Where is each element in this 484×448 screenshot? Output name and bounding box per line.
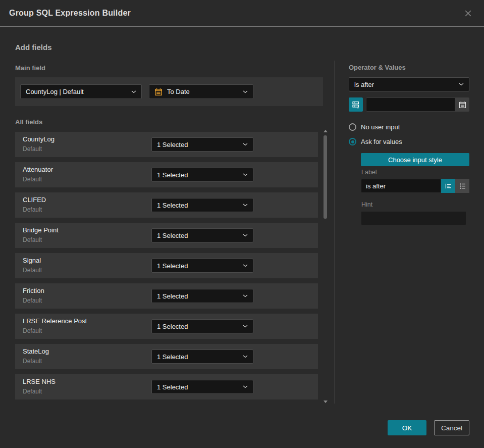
operator-select[interactable]: is after — [349, 77, 469, 91]
field-row: LRSE Reference Post Default 1 Selected — [15, 314, 318, 339]
field-name: CLIFED — [23, 196, 46, 204]
field-name: Signal — [23, 257, 41, 264]
operator-values-heading: Operator & Values — [349, 64, 406, 71]
list-input-icon — [459, 182, 466, 190]
cancel-button[interactable]: Cancel — [434, 420, 469, 435]
field-selected-dropdown[interactable]: 1 Selected — [151, 259, 253, 273]
field-row: LRSE NHS Default 1 Selected — [15, 374, 318, 400]
chevron-down-icon — [243, 173, 248, 176]
add-fields-heading: Add fields — [15, 43, 52, 52]
date-picker-button[interactable] — [455, 97, 469, 112]
chevron-down-icon — [243, 294, 248, 297]
calendar-icon — [459, 101, 466, 109]
field-selected-dropdown[interactable]: 1 Selected — [151, 228, 253, 242]
field-source: Default — [23, 297, 42, 304]
field-source: Default — [23, 388, 42, 395]
label-input-row — [361, 179, 469, 193]
choose-input-style-button[interactable]: Choose input style — [361, 153, 469, 166]
radio-label: Ask for values — [361, 138, 402, 145]
chevron-down-icon — [243, 234, 248, 237]
close-button[interactable] — [458, 0, 478, 27]
field-row: StateLog Default 1 Selected — [15, 344, 318, 369]
scrollbar-thumb[interactable] — [324, 135, 327, 219]
field-source: Default — [23, 176, 42, 183]
field-selected-value: 1 Selected — [157, 202, 188, 209]
field-name: LRSE Reference Post — [23, 317, 87, 325]
field-selected-value: 1 Selected — [157, 232, 188, 239]
dialog-header: Group SQL Expression Builder — [0, 0, 484, 27]
main-field-label: Main field — [15, 64, 45, 72]
field-name: CountyLog — [23, 135, 55, 143]
field-selected-value: 1 Selected — [157, 171, 188, 179]
chevron-down-icon — [243, 204, 248, 207]
date-type-select-value: To Date — [167, 88, 190, 95]
single-line-input-icon — [445, 182, 452, 190]
value-date-input[interactable] — [366, 97, 455, 112]
field-row: Bridge Point Default 1 Selected — [15, 223, 318, 248]
list-scrollbar[interactable] — [322, 129, 329, 404]
ok-button[interactable]: OK — [388, 420, 426, 435]
close-icon — [463, 9, 473, 18]
field-row: Attenuator Default 1 Selected — [15, 162, 318, 187]
hint-input[interactable] — [361, 211, 466, 225]
dialog-title: Group SQL Expression Builder — [9, 9, 131, 18]
main-field-select-value: CountyLog | Default — [26, 88, 84, 95]
value-input-row — [349, 97, 469, 112]
field-selected-value: 1 Selected — [157, 292, 188, 300]
group-sql-expression-builder-dialog: Group SQL Expression Builder Add fields … — [0, 0, 484, 448]
calendar-icon — [154, 88, 163, 96]
field-name: StateLog — [23, 347, 49, 355]
field-name: LRSE NHS — [23, 378, 56, 385]
date-type-select[interactable]: To Date — [149, 84, 253, 99]
field-selected-value: 1 Selected — [157, 262, 188, 270]
radio-label: No user input — [361, 123, 400, 131]
field-selected-dropdown[interactable]: 1 Selected — [151, 137, 253, 152]
field-name: Friction — [23, 287, 44, 294]
label-field-label: Label — [361, 169, 377, 176]
field-selected-value: 1 Selected — [157, 353, 188, 361]
scrollbar-up-arrow-icon[interactable] — [324, 130, 328, 132]
main-field-panel: CountyLog | Default To Date — [15, 77, 323, 106]
field-source: Default — [23, 236, 42, 243]
chevron-down-icon — [243, 385, 248, 388]
radio-circle-icon — [349, 123, 356, 131]
radio-ask-for-values[interactable]: Ask for values — [349, 138, 402, 145]
field-selected-dropdown[interactable]: 1 Selected — [151, 198, 253, 212]
chevron-down-icon — [243, 264, 248, 267]
field-source: Default — [23, 206, 42, 213]
field-selected-value: 1 Selected — [157, 383, 188, 391]
field-source: Default — [23, 267, 42, 274]
chevron-down-icon — [459, 83, 464, 86]
chevron-down-icon — [243, 325, 248, 328]
field-selected-dropdown[interactable]: 1 Selected — [151, 380, 253, 394]
field-selected-dropdown[interactable]: 1 Selected — [151, 289, 253, 303]
single-line-style-button[interactable] — [441, 179, 455, 193]
chevron-down-icon — [243, 90, 248, 93]
radio-circle-icon — [349, 138, 356, 145]
operator-select-value: is after — [354, 81, 374, 88]
operator-values-panel: Operator & Values is after — [335, 61, 469, 404]
field-selected-dropdown[interactable]: 1 Selected — [151, 319, 253, 333]
unique-values-icon — [352, 101, 360, 109]
scrollbar-down-arrow-icon[interactable] — [324, 401, 328, 403]
main-field-select[interactable]: CountyLog | Default — [20, 84, 142, 99]
chevron-down-icon — [243, 355, 248, 358]
field-row: Friction Default 1 Selected — [15, 283, 318, 309]
chevron-down-icon — [131, 90, 136, 93]
field-source: Default — [23, 145, 42, 153]
field-row: CountyLog Default 1 Selected — [15, 132, 318, 157]
field-row: Signal Default 1 Selected — [15, 253, 318, 278]
radio-no-user-input[interactable]: No user input — [349, 123, 400, 131]
chevron-down-icon — [243, 143, 248, 146]
all-fields-list: CountyLog Default 1 Selected Attenuator … — [15, 132, 318, 405]
field-name: Attenuator — [23, 166, 53, 173]
list-style-button[interactable] — [455, 179, 469, 193]
field-source: Default — [23, 358, 42, 365]
all-fields-label: All fields — [15, 118, 42, 126]
field-selected-dropdown[interactable]: 1 Selected — [151, 168, 253, 182]
label-input[interactable] — [361, 179, 441, 193]
field-selected-dropdown[interactable]: 1 Selected — [151, 350, 253, 364]
field-row: CLIFED Default 1 Selected — [15, 192, 318, 218]
field-source: Default — [23, 327, 42, 334]
unique-values-button[interactable] — [349, 97, 363, 112]
